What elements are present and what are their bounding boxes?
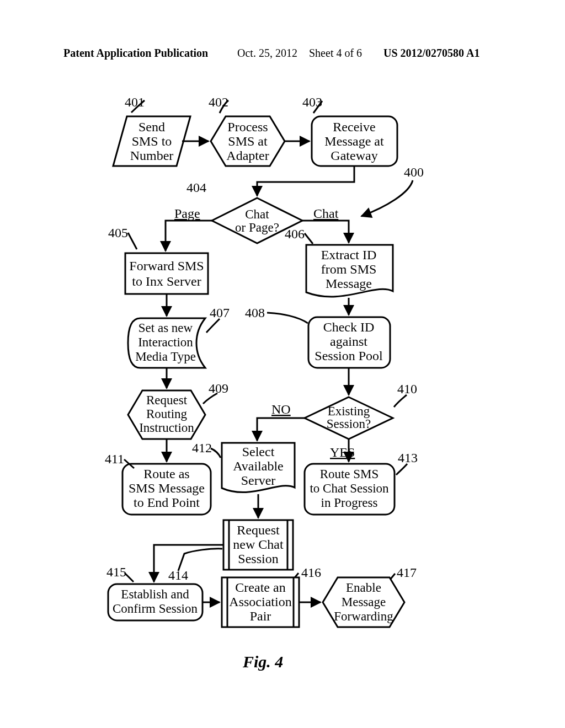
svg-text:Message: Message bbox=[326, 276, 372, 291]
ref-415: 415 bbox=[106, 565, 126, 579]
svg-text:Session?: Session? bbox=[327, 417, 371, 431]
arrow-403-404 bbox=[257, 166, 354, 196]
svg-text:SMS at: SMS at bbox=[228, 134, 268, 148]
arrow-414-415 bbox=[154, 545, 223, 582]
svg-text:to Chat Session: to Chat Session bbox=[310, 481, 389, 495]
node-417-enable-forwarding: Enable Message Forwarding bbox=[323, 577, 404, 627]
svg-text:to End Point: to End Point bbox=[134, 495, 200, 510]
ref-416: 416 bbox=[301, 565, 321, 580]
svg-text:Process: Process bbox=[227, 120, 268, 134]
label-chat: Chat bbox=[313, 206, 339, 221]
ref-402: 402 bbox=[209, 95, 228, 109]
svg-text:Association: Association bbox=[229, 595, 291, 609]
node-403-receive-gateway: Receive Message at Gateway bbox=[312, 116, 397, 166]
label-yes: YES bbox=[330, 445, 355, 459]
node-407-set-media-type: Set as new Interaction Media Type bbox=[128, 318, 205, 368]
ref-411: 411 bbox=[105, 452, 124, 466]
ref-408: 408 bbox=[245, 306, 265, 320]
svg-text:Extract ID: Extract ID bbox=[321, 248, 377, 262]
node-416-create-pair: Create an Association Pair bbox=[222, 577, 299, 627]
node-414-request-new-chat: Request new Chat Session bbox=[223, 520, 293, 570]
node-411-route-endpoint: Route as SMS Message to End Point bbox=[122, 464, 211, 515]
svg-text:Session: Session bbox=[238, 552, 278, 566]
node-405-forward-inx: Forward SMS to Inx Server bbox=[125, 253, 208, 294]
svg-text:Interaction: Interaction bbox=[138, 335, 193, 349]
svg-text:in Progress: in Progress bbox=[321, 496, 378, 510]
svg-text:Send: Send bbox=[138, 120, 165, 134]
ref-406: 406 bbox=[285, 227, 305, 241]
svg-text:Forward SMS: Forward SMS bbox=[129, 259, 204, 273]
node-415-establish-confirm: Establish and Confirm Session bbox=[108, 584, 202, 620]
svg-text:Route as: Route as bbox=[143, 467, 189, 481]
node-402-process-sms: Process SMS at Adapter bbox=[211, 116, 285, 166]
figure-caption: Fig. 4 bbox=[242, 652, 283, 671]
svg-text:Session Pool: Session Pool bbox=[315, 349, 383, 363]
ref-413: 413 bbox=[398, 451, 418, 465]
svg-text:Pair: Pair bbox=[250, 609, 271, 623]
svg-text:from SMS: from SMS bbox=[321, 262, 377, 276]
label-no: NO bbox=[271, 402, 291, 416]
svg-text:to Inx Server: to Inx Server bbox=[132, 274, 201, 288]
node-412-select-server: Select Available Server bbox=[222, 443, 295, 493]
svg-text:Adapter: Adapter bbox=[226, 148, 269, 163]
ref-410: 410 bbox=[397, 382, 417, 396]
svg-text:Chat: Chat bbox=[245, 207, 269, 221]
ref-409: 409 bbox=[209, 381, 228, 395]
svg-text:Enable: Enable bbox=[346, 581, 381, 595]
node-409-request-routing: Request Routing Instruction bbox=[128, 390, 205, 439]
svg-text:Route SMS: Route SMS bbox=[320, 467, 379, 481]
svg-text:SMS Message: SMS Message bbox=[129, 481, 205, 495]
ref-412: 412 bbox=[192, 441, 212, 455]
svg-text:or Page?: or Page? bbox=[235, 221, 279, 234]
svg-text:Create an: Create an bbox=[235, 580, 285, 595]
node-401-send-sms: Send SMS to Number bbox=[113, 116, 190, 166]
svg-text:Server: Server bbox=[241, 473, 276, 488]
svg-text:Request: Request bbox=[146, 393, 188, 407]
ref-404: 404 bbox=[186, 180, 206, 195]
svg-text:Message: Message bbox=[342, 595, 386, 609]
ref-407: 407 bbox=[210, 306, 230, 320]
svg-text:Establish and: Establish and bbox=[121, 587, 189, 601]
ref-403: 403 bbox=[302, 95, 322, 109]
node-413-route-chat-session: Route SMS to Chat Session in Progress bbox=[305, 464, 395, 515]
svg-text:Message at: Message at bbox=[324, 134, 384, 148]
svg-text:Check ID: Check ID bbox=[323, 320, 375, 334]
svg-text:against: against bbox=[330, 334, 367, 349]
ref-405: 405 bbox=[108, 226, 128, 240]
svg-text:Available: Available bbox=[233, 459, 284, 473]
svg-text:Routing: Routing bbox=[146, 407, 188, 421]
svg-text:Confirm Session: Confirm Session bbox=[113, 602, 198, 615]
svg-text:Instruction: Instruction bbox=[139, 421, 194, 435]
svg-text:SMS to: SMS to bbox=[132, 134, 172, 148]
svg-text:Receive: Receive bbox=[333, 120, 375, 134]
ref-400: 400 bbox=[404, 165, 424, 179]
node-406-extract-id: Extract ID from SMS Message bbox=[306, 245, 393, 297]
arrow-404-405 bbox=[166, 221, 212, 251]
node-410-existing-session: Existing Session? bbox=[305, 397, 393, 439]
label-page: Page bbox=[174, 206, 200, 221]
svg-text:Forwarding: Forwarding bbox=[334, 609, 393, 623]
svg-text:Request: Request bbox=[237, 523, 280, 537]
node-408-check-id: Check ID against Session Pool bbox=[308, 317, 390, 368]
svg-text:Select: Select bbox=[242, 445, 275, 459]
svg-text:Set as new: Set as new bbox=[138, 321, 193, 335]
ref-417: 417 bbox=[397, 565, 417, 580]
arrow-410-412 bbox=[257, 418, 305, 441]
svg-text:Existing: Existing bbox=[328, 404, 370, 418]
svg-text:Number: Number bbox=[130, 148, 174, 163]
svg-text:Gateway: Gateway bbox=[331, 148, 377, 163]
svg-text:Media Type: Media Type bbox=[135, 350, 196, 363]
svg-text:new Chat: new Chat bbox=[233, 537, 284, 552]
